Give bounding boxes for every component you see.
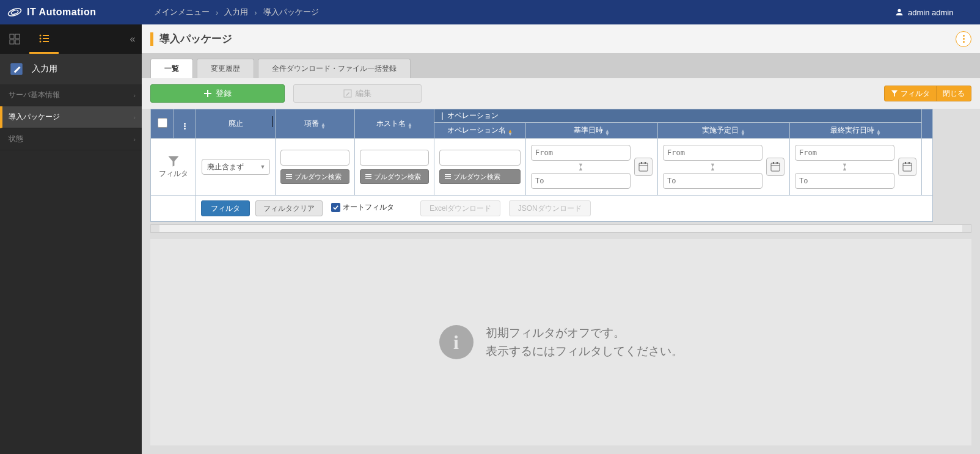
filter-toggle-filter[interactable]: フィルタ: [885, 86, 936, 101]
filter-panel-toggle[interactable]: フィルタ 閉じる: [884, 86, 971, 101]
ref-date-to-input[interactable]: [531, 173, 631, 189]
svg-rect-5: [10, 40, 14, 44]
svg-rect-22: [445, 176, 451, 177]
collapse-sidebar-button[interactable]: «: [123, 24, 142, 54]
calendar-button[interactable]: [634, 158, 653, 176]
funnel-icon: [891, 90, 898, 97]
discard-select[interactable]: 廃止含まず ▼: [202, 159, 270, 175]
sidebar: « 入力用 サーバ基本情報 › 導入パッケージ › 状態 ›: [0, 24, 142, 454]
sidebar-view-switch: «: [0, 24, 142, 54]
list-view-button[interactable]: [29, 24, 59, 54]
chevron-left-double-icon: «: [130, 34, 136, 45]
filter-table-wrap: 廃止 項番▲▼ ホスト名▲▼ ❘ オペレーション オペレーション名▲▼ 基準日時…: [142, 109, 980, 222]
register-label: 登録: [216, 88, 232, 99]
svg-rect-20: [365, 178, 371, 179]
svg-rect-3: [10, 34, 14, 38]
dots-vertical-icon: [963, 35, 965, 37]
edit-button: 編集: [293, 84, 422, 103]
tab-bulk[interactable]: 全件ダウンロード・ファイル一括登録: [258, 59, 411, 78]
apply-filter-button[interactable]: フィルタ: [201, 200, 250, 216]
grip-icon: ▼▲: [531, 163, 631, 170]
th-row-menu[interactable]: [174, 109, 196, 139]
filter-action-row: フィルタ フィルタクリア オートフィルタ Excelダウンロード JSONダウン…: [151, 196, 933, 222]
last-exec-from-input[interactable]: [795, 145, 894, 161]
chevron-right-icon: ›: [133, 114, 136, 121]
horizontal-scrollbar[interactable]: [150, 224, 971, 233]
user-menu[interactable]: admin admin: [894, 7, 980, 17]
exec-date-to-input[interactable]: [663, 173, 762, 189]
logo-text: IT Automation: [27, 7, 96, 18]
chevron-right-icon: ›: [133, 92, 136, 99]
th-discard[interactable]: 廃止: [196, 109, 276, 139]
text-cursor: [272, 116, 272, 127]
chevron-down-icon: ▼: [260, 164, 266, 170]
th-item-no[interactable]: 項番▲▼: [276, 109, 355, 139]
last-exec-to-input[interactable]: [795, 173, 894, 189]
auto-filter-checkbox[interactable]: オートフィルタ: [331, 202, 394, 213]
filter-table: 廃止 項番▲▼ ホスト名▲▼ ❘ オペレーション オペレーション名▲▼ 基準日時…: [150, 109, 933, 222]
ref-date-from-input[interactable]: [531, 145, 631, 161]
pulldown-search-button[interactable]: プルダウン検索: [360, 169, 429, 184]
svg-rect-18: [365, 174, 371, 175]
user-name: admin admin: [908, 8, 953, 17]
svg-point-0: [7, 7, 22, 18]
breadcrumb-root[interactable]: メインメニュー: [154, 7, 210, 18]
plus-icon: [203, 89, 212, 98]
download-excel-button: Excelダウンロード: [420, 200, 500, 216]
calendar-icon: [770, 161, 781, 172]
op-name-filter-input[interactable]: [439, 150, 521, 166]
checkbox-icon[interactable]: [158, 118, 167, 128]
grip-icon: ▼▲: [663, 163, 762, 170]
logo-area[interactable]: IT Automation: [0, 5, 142, 20]
svg-rect-17: [286, 178, 292, 179]
tab-history[interactable]: 変更履歴: [197, 59, 254, 78]
th-select-all[interactable]: [151, 109, 174, 139]
th-overflow: [922, 109, 933, 139]
breadcrumb-lvl2: 導入パッケージ: [263, 7, 319, 18]
exec-date-from-input[interactable]: [663, 145, 762, 161]
page-menu-button[interactable]: [956, 31, 971, 47]
svg-rect-32: [903, 163, 912, 171]
th-exec-date[interactable]: 実施予定日▲▼: [658, 123, 790, 139]
sidebar-item-server-info[interactable]: サーバ基本情報 ›: [0, 84, 142, 106]
user-icon: [894, 7, 904, 17]
sidebar-title: 入力用: [0, 54, 142, 84]
tab-list[interactable]: 一覧: [150, 59, 193, 78]
register-button[interactable]: 登録: [150, 84, 285, 103]
app-header: IT Automation メインメニュー › 入力用 › 導入パッケージ ad…: [0, 0, 980, 24]
grip-icon: ▼▲: [795, 163, 894, 170]
svg-rect-24: [639, 163, 648, 171]
svg-point-2: [898, 9, 901, 12]
breadcrumb-lvl1[interactable]: 入力用: [224, 7, 248, 18]
info-icon: i: [439, 325, 474, 359]
filter-toggle-close[interactable]: 閉じる: [937, 86, 971, 101]
list-icon: [286, 174, 292, 180]
sidebar-item-status[interactable]: 状態 ›: [0, 128, 142, 150]
sidebar-item-package[interactable]: 導入パッケージ ›: [0, 106, 142, 128]
host-filter-input[interactable]: [360, 150, 429, 166]
th-op-name[interactable]: オペレーション名▲▼: [434, 123, 526, 139]
calendar-button[interactable]: [898, 158, 916, 176]
grid-view-button[interactable]: [0, 24, 29, 54]
page-title: 導入パッケージ: [159, 32, 232, 46]
pulldown-search-button[interactable]: プルダウン検索: [280, 169, 349, 184]
th-ref-date[interactable]: 基準日時▲▼: [526, 123, 658, 139]
calendar-button[interactable]: [766, 158, 784, 176]
svg-rect-15: [286, 174, 292, 175]
filter-row: フィルタ 廃止含まず ▼ プルダウン検索: [151, 139, 933, 196]
th-last-exec[interactable]: 最終実行日時▲▼: [790, 123, 922, 139]
chevron-right-icon: ›: [216, 8, 218, 17]
pulldown-search-button[interactable]: プルダウン検索: [439, 169, 521, 184]
logo-icon: [7, 5, 22, 20]
filter-ref-date-cell: ▼▲: [526, 139, 658, 196]
svg-rect-19: [365, 176, 371, 177]
filter-discard-cell: 廃止含まず ▼: [196, 139, 276, 196]
funnel-icon: [167, 155, 180, 167]
clear-filter-button[interactable]: フィルタクリア: [255, 200, 323, 216]
edit-document-icon: [9, 61, 24, 77]
page-header: 導入パッケージ: [142, 24, 980, 54]
item-no-filter-input[interactable]: [280, 150, 349, 166]
th-host[interactable]: ホスト名▲▼: [355, 109, 434, 139]
svg-rect-4: [15, 34, 20, 38]
svg-point-7: [40, 34, 42, 36]
